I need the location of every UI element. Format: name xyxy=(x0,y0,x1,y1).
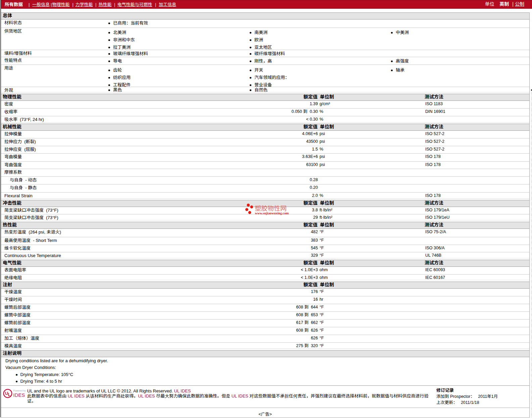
svg-text:L: L xyxy=(8,392,11,397)
svg-text:IDES: IDES xyxy=(13,392,25,398)
svg-text:www.sujiaowuxing.com: www.sujiaowuxing.com xyxy=(255,211,289,215)
svg-text:塑胶物性网: 塑胶物性网 xyxy=(255,203,287,212)
svg-text:Powered by: Powered by xyxy=(13,389,26,392)
